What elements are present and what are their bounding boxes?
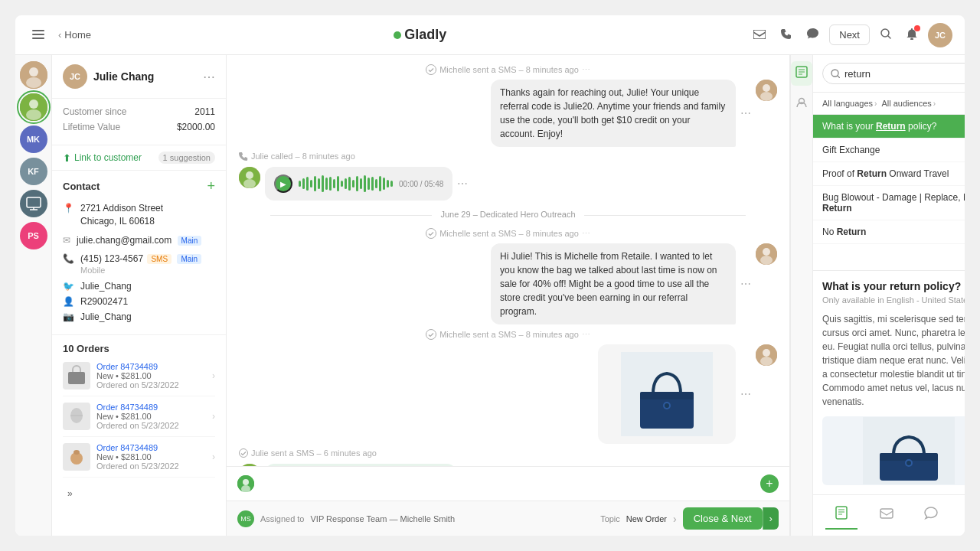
show-more-button[interactable]: »	[63, 484, 77, 504]
message-meta-3: Michelle sent a SMS – 8 minutes ago ⋯	[239, 329, 777, 340]
instagram-item[interactable]: 📷 Julie_Chang	[63, 311, 215, 322]
hamburger-menu-button[interactable]	[28, 24, 49, 47]
waveform	[299, 174, 393, 193]
customer-meta: Customer since 2011 Lifetime Value $2000…	[52, 99, 226, 145]
meta-more-1[interactable]: ⋯	[582, 65, 590, 75]
twitter-icon: 🐦	[63, 281, 74, 292]
language-filter[interactable]: All languages ›	[822, 97, 877, 109]
svg-point-8	[26, 77, 41, 88]
chat-add-button[interactable]: +	[760, 474, 779, 493]
order-item-1[interactable]: Order 84734489 New • $281.00 Ordered on …	[63, 362, 215, 396]
audience-chevron-icon: ›	[933, 99, 936, 108]
user-avatar[interactable]: JC	[928, 23, 952, 47]
main-email-badge: Main	[178, 236, 202, 246]
bubble-more-1[interactable]: ⋯	[740, 107, 751, 119]
kb-result-1[interactable]: What is your Return policy?	[813, 115, 965, 139]
phone-item[interactable]: 📞 (415) 123-4567 SMS Main Mobile	[63, 253, 215, 275]
add-contact-button[interactable]: +	[207, 178, 215, 194]
call-meta-1: Julie called – 8 minutes ago	[239, 152, 777, 161]
twitter-item[interactable]: 🐦 Julie_Chang	[63, 281, 215, 292]
phone-nav-button[interactable]	[776, 24, 796, 47]
knowledge-header: ✕	[813, 55, 965, 93]
sidebar-avatar-4[interactable]: KF	[20, 158, 47, 185]
next-button[interactable]: Next	[829, 24, 870, 45]
kb-action-icon[interactable]	[791, 61, 812, 86]
customer-name: Julie Chang	[93, 70, 154, 83]
notification-button[interactable]	[902, 24, 922, 47]
customer-more-button[interactable]: ⋯	[203, 70, 215, 84]
since-label: Customer since	[63, 106, 126, 117]
kb-result-4[interactable]: Bug Blowout - Damage | Replace, No Retur…	[813, 186, 965, 220]
chat-panel: Michelle sent a SMS – 8 minutes ago ⋯ Th…	[227, 55, 790, 536]
audience-filter[interactable]: All audiences ›	[881, 97, 936, 109]
facebook-item[interactable]: 👤 R29002471	[63, 296, 215, 307]
date-divider: June 29 – Dedicated Hero Outreach	[239, 210, 777, 219]
message-agent-1: Thanks again for reaching out, Julie! Yo…	[239, 80, 777, 147]
article-body: Quis sagittis, mi scelerisque sed tempus…	[822, 312, 965, 409]
order-item-2[interactable]: Order 84734489 New • $281.00 Ordered on …	[63, 403, 215, 437]
audio-time: 00:00 / 05:48	[399, 180, 443, 188]
search-button[interactable]	[876, 24, 896, 47]
sidebar-avatar-3[interactable]: MK	[20, 126, 47, 153]
chat-bottom-bar: MS Assigned to VIP Response Team — Miche…	[227, 500, 789, 536]
svg-point-11	[26, 109, 41, 120]
orders-title: 10 Orders	[63, 343, 215, 354]
svg-point-10	[29, 99, 38, 109]
kb-result-5[interactable]: No Return	[813, 220, 965, 244]
article-subtitle: Only available in English - United State…	[822, 295, 965, 305]
order-chevron-2: ›	[212, 411, 215, 422]
kb-result-2[interactable]: Gift Exchange	[813, 139, 965, 162]
order-chevron-1: ›	[212, 370, 215, 381]
svg-rect-12	[27, 197, 41, 207]
profile-action-icon[interactable]	[791, 92, 812, 116]
sidebar-avatar-1[interactable]	[20, 61, 47, 89]
meta-more-2[interactable]: ⋯	[582, 229, 590, 239]
order-item-3[interactable]: Order 84734489 New • $281.00 Ordered on …	[63, 443, 215, 478]
kb-result-3[interactable]: Proof of Return Onward Travel	[813, 162, 965, 186]
knowledge-search-input[interactable]	[844, 68, 965, 80]
sidebar-avatar-5[interactable]	[20, 190, 47, 217]
kb-tab-globe[interactable]	[960, 501, 965, 530]
svg-point-35	[763, 349, 770, 357]
agent-avatar-2	[756, 243, 777, 265]
facebook-icon: 👤	[63, 296, 74, 307]
email-item[interactable]: ✉ julie.chang@gmail.com Main	[63, 234, 215, 247]
email-nav-button[interactable]	[749, 24, 770, 47]
order-date-1: Ordered on 5/23/2022	[96, 380, 206, 390]
audio-message-row: ▶ 00:00 / 05:48 ⋯	[239, 167, 777, 201]
address-item: 📍 2721 Addison StreetChicago, IL 60618	[63, 202, 215, 228]
assigned-name: VIP Response Team — Michelle Smith	[310, 514, 455, 523]
play-button[interactable]: ▶	[274, 174, 292, 193]
close-next-button[interactable]: Close & Next	[683, 507, 763, 530]
sidebar-avatar-2[interactable]	[20, 93, 47, 121]
kb-tab-docs[interactable]	[825, 501, 858, 530]
order-chevron-3: ›	[212, 452, 215, 462]
message-image-row: ⋯	[239, 344, 777, 444]
phone-sub: Mobile	[80, 266, 201, 275]
topic-value: New Order	[626, 514, 667, 523]
chat-messages: Michelle sent a SMS – 8 minutes ago ⋯ Th…	[227, 55, 789, 466]
home-link[interactable]: ‹ Home	[58, 29, 91, 41]
gladly-logo: Gladly	[394, 27, 446, 43]
close-next-dropdown[interactable]: ›	[763, 507, 779, 530]
meta-more-3[interactable]: ⋯	[582, 330, 590, 340]
location-icon: 📍	[63, 203, 74, 214]
link-customer-button[interactable]: ⬆ Link to customer	[63, 152, 142, 164]
svg-point-16	[74, 450, 80, 455]
instagram-icon: 📷	[63, 311, 74, 322]
link-icon: ⬆	[63, 152, 71, 164]
meta-text-2: Michelle sent a SMS – 8 minutes ago	[439, 229, 579, 238]
sidebar-avatar-6[interactable]: PS	[20, 222, 47, 249]
kb-tab-chat[interactable]	[915, 502, 947, 530]
kb-tab-email[interactable]	[871, 502, 903, 529]
address-text: 2721 Addison StreetChicago, IL 60618	[80, 202, 163, 228]
bubble-more-2[interactable]: ⋯	[740, 278, 751, 290]
topic-chevron[interactable]: ›	[673, 513, 677, 525]
image-more[interactable]: ⋯	[740, 388, 751, 400]
kb-article-panel: What is your return policy? ⤢ Only avail…	[813, 270, 965, 494]
order-id-2: Order 84734489	[96, 403, 206, 412]
chat-input-field[interactable]	[260, 478, 754, 490]
audio-more[interactable]: ⋯	[457, 178, 468, 190]
chat-nav-button[interactable]	[802, 24, 823, 47]
bubble-2: Hi Julie! This is Michelle from Retaile.…	[491, 243, 736, 324]
